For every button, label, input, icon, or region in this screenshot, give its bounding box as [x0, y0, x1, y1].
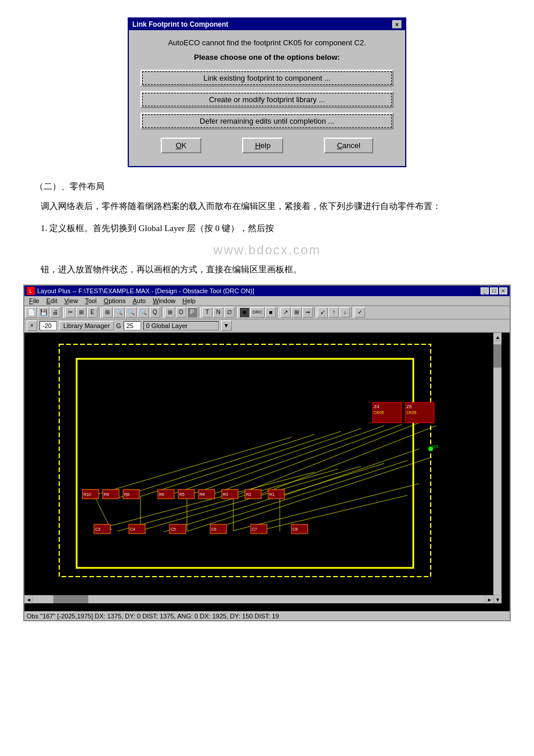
tb-hash2[interactable]: ⊞: [165, 307, 175, 318]
menu-tool[interactable]: Tool: [81, 297, 100, 305]
pcb-secondbar: × -20 Library Manager G 25 0 Global Laye…: [24, 319, 510, 333]
tb-zoom-in[interactable]: 🔍: [113, 307, 125, 318]
dialog-buttons-row: OK Help Cancel: [140, 138, 394, 158]
tb-arrow-dl[interactable]: ↙: [317, 307, 328, 318]
section-title: （二）、零件布局: [35, 181, 511, 192]
tb-e[interactable]: E: [87, 307, 98, 318]
tb-save[interactable]: 💾: [38, 307, 49, 318]
layer-dropdown[interactable]: ▼: [221, 321, 232, 331]
tb-arrow-up[interactable]: ↑: [329, 307, 339, 318]
close-button[interactable]: ×: [499, 287, 507, 294]
pcb-status-text: Obs "167" [-2025,1975] DX: 1375, DY: 0 D…: [27, 613, 279, 620]
menu-help[interactable]: Help: [179, 297, 199, 305]
library-manager-button[interactable]: Library Manager: [59, 321, 114, 330]
tb-arrow-dn[interactable]: ↓: [340, 307, 350, 318]
tb-print[interactable]: 🖨: [50, 307, 60, 318]
tb-sep1: [62, 307, 64, 318]
tb-sep7: [314, 307, 316, 318]
tb-grid[interactable]: ⊞: [102, 307, 113, 318]
tb-sep6: [277, 307, 279, 318]
tb-sep5: [236, 307, 238, 318]
g-label: G: [116, 322, 121, 329]
tb-fill2[interactable]: ■: [265, 307, 276, 318]
svg-text:C4: C4: [130, 527, 135, 531]
pcb-app-icon: L: [27, 287, 35, 295]
tb-check[interactable]: ✓: [355, 307, 365, 318]
menu-auto[interactable]: Auto: [129, 297, 149, 305]
help-button[interactable]: Help: [242, 138, 283, 153]
svg-rect-69: [24, 595, 493, 603]
tb-hash[interactable]: ⊞: [76, 307, 86, 318]
step1: 1. 定义板框。首先切换到 Global Layer 层（按 0 键），然后按: [41, 221, 511, 236]
tb-sep3: [161, 307, 164, 318]
layer-selector[interactable]: 0 Global Layer: [143, 321, 219, 330]
tb-t[interactable]: T: [202, 307, 212, 318]
option-create-modify[interactable]: Create or modify footprint library ...: [140, 91, 394, 108]
tb-cut[interactable]: ✂: [65, 307, 75, 318]
tb-arrow-ur[interactable]: ↗: [280, 307, 291, 318]
svg-text:C8: C8: [293, 527, 298, 531]
svg-rect-68: [493, 344, 501, 368]
dialog-title: Link Footprint to Component: [132, 20, 228, 28]
ok-button[interactable]: OK: [161, 138, 201, 153]
menu-file[interactable]: File: [26, 297, 43, 305]
svg-text:R4: R4: [200, 492, 205, 496]
paragraph1: 调入网络表后，零件将随着纲路档案的载入而散布在编辑区里，紧接着，依下列步骤进行自…: [23, 199, 511, 214]
svg-text:C3: C3: [95, 527, 100, 531]
menu-view[interactable]: View: [61, 297, 82, 305]
tb-x[interactable]: ×: [27, 321, 37, 331]
svg-text:R5: R5: [179, 492, 185, 496]
pcb-titlebar-left: L Layout Plus -- F:\TEST\EXAMPLE.MAX - […: [27, 287, 254, 295]
pcb-canvas[interactable]: Z4 CK05 Z5 CK05 U1 R10 R9 R8: [24, 333, 510, 611]
svg-text:U1: U1: [432, 444, 439, 449]
pcb-svg: Z4 CK05 Z5 CK05 U1 R10 R9 R8: [24, 333, 510, 611]
dialog-message2: Please choose one of the options below:: [140, 53, 394, 62]
option-link-footprint[interactable]: Link existing footprint to component ...: [140, 70, 394, 87]
x-coord-display: -20: [39, 321, 57, 330]
svg-text:►: ►: [487, 597, 492, 603]
minimize-button[interactable]: _: [481, 287, 489, 294]
dialog-close-button[interactable]: ×: [392, 20, 402, 28]
pcb-toolbar: 📄 💾 🖨 ✂ ⊞ E ⊞ 🔍 🔍 🔍 Q ⊞ O P T N ∅ ■ DRC …: [24, 306, 510, 319]
pcb-window-controls: _ □ ×: [481, 287, 507, 294]
svg-text:R6: R6: [159, 492, 164, 496]
dialog-body: AutoECO cannot find the footprint CK05 f…: [129, 30, 405, 166]
g-value-display: 25: [124, 321, 141, 330]
svg-text:◄: ◄: [26, 597, 31, 603]
tb-sep8: [351, 307, 353, 318]
cancel-button[interactable]: Cancel: [324, 138, 373, 153]
svg-text:CK05: CK05: [406, 411, 417, 415]
tb-p[interactable]: P: [187, 307, 197, 318]
menu-edit[interactable]: Edit: [43, 297, 61, 305]
svg-text:CK05: CK05: [374, 411, 384, 415]
svg-rect-0: [24, 333, 510, 611]
tb-zoom-fit[interactable]: 🔍: [138, 307, 149, 318]
menu-window[interactable]: Window: [149, 297, 179, 305]
option-defer-edits[interactable]: Defer remaining edits until completion .…: [140, 113, 394, 129]
svg-text:▼: ▼: [495, 597, 500, 603]
tb-zoom-out[interactable]: 🔍: [125, 307, 137, 318]
tb-new[interactable]: 📄: [26, 307, 37, 318]
svg-text:R1: R1: [269, 492, 275, 496]
tb-sep2: [99, 307, 101, 318]
tb-o[interactable]: O: [176, 307, 186, 318]
svg-text:Z5: Z5: [406, 404, 412, 409]
svg-text:Z4: Z4: [374, 404, 380, 409]
tb-n[interactable]: N: [213, 307, 223, 318]
svg-text:R2: R2: [246, 492, 251, 496]
tb-hash3[interactable]: ⊞: [291, 307, 302, 318]
step2: 钮，进入放置物件状态，再以画框的方式，直接在编辑区里画板框。: [23, 262, 511, 278]
tb-arrow-r[interactable]: ⇒: [302, 307, 313, 318]
svg-rect-63: [493, 333, 501, 603]
maximize-button[interactable]: □: [490, 287, 498, 294]
menu-options[interactable]: Options: [100, 297, 129, 305]
tb-circle[interactable]: ∅: [224, 307, 234, 318]
tb-q[interactable]: Q: [150, 307, 160, 318]
tb-fill[interactable]: ■: [239, 307, 250, 318]
pcb-menubar: File Edit View Tool Options Auto Window …: [24, 296, 510, 306]
pcb-title: Layout Plus -- F:\TEST\EXAMPLE.MAX - [De…: [37, 287, 254, 294]
link-footprint-dialog: Link Footprint to Component × AutoECO ca…: [128, 17, 406, 167]
tb-drc[interactable]: DRC: [250, 307, 265, 318]
svg-text:C6: C6: [211, 527, 217, 531]
svg-text:R3: R3: [223, 492, 228, 496]
